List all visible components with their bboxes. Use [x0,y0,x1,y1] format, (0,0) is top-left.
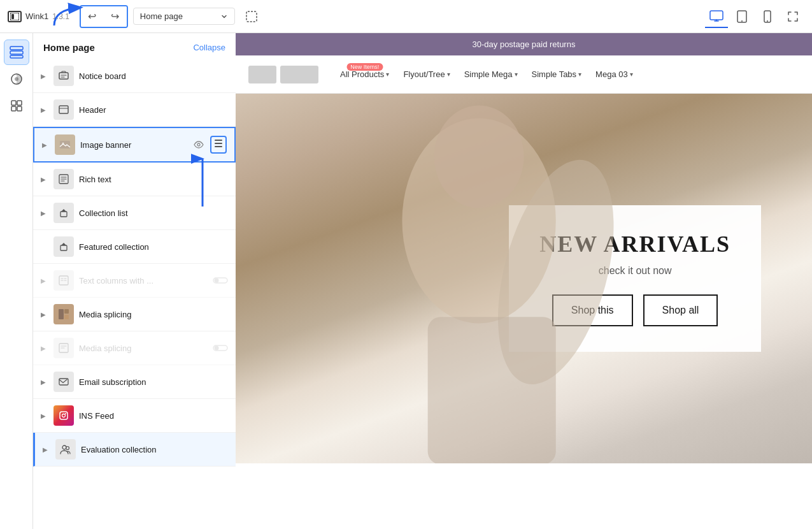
chevron-icon: ▶ [43,446,50,453]
mobile-view-button[interactable] [756,5,779,28]
page-selector[interactable]: Home page [133,8,235,25]
media-splicing-2-label: Media splicing [79,344,208,353]
svg-rect-43 [428,317,556,463]
sidebar-item-notice-board[interactable]: ▶ Notice board [33,59,236,93]
desktop-view-button[interactable] [705,5,728,28]
evaluation-collection-icon [55,439,76,460]
sidebar-item-collection-list[interactable]: ▶ Collection list [33,196,236,230]
text-columns-label: Text columns with ... [79,276,208,286]
nav-link-simple-tabs-label: Simple Tabs [532,69,577,79]
nav-link-flyout[interactable]: Flyout/Tree ▾ [397,66,456,83]
nav-logo-area [248,66,318,83]
sidebar-item-media-splicing-2[interactable]: ▶ Media splicing [33,331,236,365]
chevron-icon: ▶ [41,106,48,113]
chevron-icon: ▶ [41,412,48,419]
nav-logo-block-1 [248,66,276,83]
email-subscription-label: Email subscription [79,377,228,387]
nav-badge: New Items! [350,64,379,70]
svg-point-37 [65,413,66,414]
media-splicing-2-icon [53,338,74,358]
marquee-button[interactable] [240,5,263,28]
svg-rect-10 [10,55,23,58]
sidebar-item-featured-collection[interactable]: ▶ Featured collection [33,230,236,264]
email-subscription-icon [53,372,74,392]
redo-button[interactable]: ↪ [104,6,127,27]
chevron-icon: ▶ [41,73,48,80]
collapse-button[interactable]: Collapse [193,43,225,52]
chevron-down-icon: ▾ [447,71,450,78]
view-icons [705,5,804,28]
app-logo-icon [8,11,22,22]
sidebar-item-media-splicing[interactable]: ▶ Media splicing [33,298,236,331]
sidebar-item-image-banner[interactable]: ▶ Image banner [33,127,236,163]
svg-rect-18 [59,106,68,113]
main-layout: Home page Collapse ▶ Notice board ▶ [0,33,812,529]
sidebar-item-evaluation-collection[interactable]: ▶ Evaluation collection [33,433,236,467]
sidebar-item-rich-text[interactable]: ▶ Rich text [33,163,236,196]
svg-point-33 [215,346,219,351]
nav-link-simple-mega-label: Simple Mega [464,69,513,79]
nav-link-all-products-wrap: New Items! All Products ▾ [334,66,395,83]
image-banner-actions [190,136,227,154]
rich-text-icon [53,169,74,189]
blocks-panel-button[interactable] [4,93,29,119]
sidebar-title: Home page [43,42,95,53]
tablet-view-button[interactable] [730,5,753,28]
chevron-down-icon: ▾ [386,71,389,78]
svg-rect-29 [64,309,69,314]
chevron-down-icon: ▾ [515,71,518,78]
toolbar-right [705,5,804,28]
chevron-icon: ▶ [41,210,48,217]
featured-collection-icon [53,236,74,257]
sidebar-item-email-subscription[interactable]: ▶ Email subscription [33,365,236,399]
svg-rect-1 [11,14,14,19]
svg-rect-25 [59,276,68,285]
nav-logo-block-2 [280,66,318,83]
featured-collection-label: Featured collection [79,242,228,252]
svg-rect-15 [11,106,16,111]
undo-button[interactable]: ↩ [81,6,104,27]
svg-rect-30 [64,315,69,319]
svg-point-21 [197,143,200,146]
collection-list-label: Collection list [79,208,228,218]
theme-panel-button[interactable] [4,66,29,92]
sidebar-item-text-columns[interactable]: ▶ Text columns with ... [33,264,236,298]
page-selector-label: Home page [140,11,183,21]
notice-bar: 30-day postage paid returns [236,33,812,55]
notice-board-label: Notice board [79,71,228,81]
svg-rect-17 [59,73,68,79]
chevron-icon: ▶ [41,345,48,352]
nav-link-all-products-label: All Products [340,69,384,79]
svg-point-7 [767,20,768,22]
layers-panel-button[interactable] [4,40,29,65]
preview-inner: 30-day postage paid returns New Items! A… [236,33,812,529]
nav-link-simple-tabs[interactable]: Simple Tabs ▾ [525,66,588,83]
fullscreen-button[interactable] [781,5,804,28]
svg-point-41 [434,106,524,208]
nav-link-simple-mega[interactable]: Simple Mega ▾ [458,66,524,83]
hero-banner: NEW ARRIVALS check it out now Shop this … [236,94,812,463]
image-banner-icon [55,134,75,155]
ins-feed-icon [53,405,74,426]
nav-link-mega03[interactable]: Mega 03 ▾ [589,66,639,83]
notice-bar-text: 30-day postage paid returns [473,40,576,49]
chevron-down-icon: ▾ [578,71,581,78]
nav-links: New Items! All Products ▾ Flyout/Tree ▾ … [334,66,639,83]
drag-handle-box[interactable] [210,136,227,154]
text-columns-icon [53,270,74,291]
sidebar-item-header[interactable]: ▶ Header [33,93,236,127]
svg-rect-2 [246,11,257,22]
app-name: Wink1 [25,11,48,21]
app-version: 1.3.1 [52,12,69,21]
svg-rect-16 [17,106,22,111]
sidebar-item-ins-feed[interactable]: ▶ INS Feed [33,399,236,433]
app-logo: Wink1 1.3.1 [8,11,69,22]
nav-link-mega03-label: Mega 03 [595,69,628,79]
sidebar: Home page Collapse ▶ Notice board ▶ [33,33,236,529]
sidebar-header: Home page Collapse [33,33,236,59]
nav-bar: New Items! All Products ▾ Flyout/Tree ▾ … [236,55,812,94]
chevron-icon: ▶ [42,141,50,149]
undo-redo-group: ↩ ↪ [80,5,128,28]
chevron-icon: ▶ [41,311,48,318]
visibility-toggle-button[interactable] [190,136,208,154]
